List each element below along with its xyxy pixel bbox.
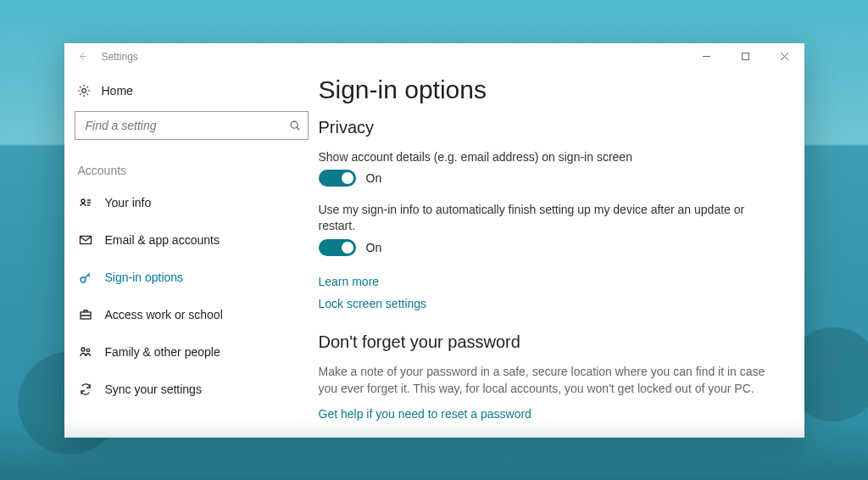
maximize-button[interactable] <box>726 43 765 70</box>
svg-point-8 <box>86 349 89 351</box>
page-title: Sign-in options <box>319 75 777 104</box>
forget-password-section: Don't forget your password Make a note o… <box>319 332 777 421</box>
home-label: Home <box>102 84 133 98</box>
lock-screen-settings-link[interactable]: Lock screen settings <box>319 297 777 310</box>
sidebar-item-label: Sync your settings <box>105 382 202 396</box>
sidebar-item-access-work-or-school[interactable]: Access work or school <box>75 296 309 333</box>
titlebar: Settings <box>64 43 804 70</box>
content-area: Sign-in options Privacy Show account det… <box>319 70 804 438</box>
gear-icon <box>76 84 92 98</box>
close-icon <box>780 52 789 61</box>
briefcase-icon <box>78 308 93 321</box>
svg-point-3 <box>81 199 85 203</box>
search-box[interactable] <box>75 111 309 140</box>
family-icon <box>78 345 93 359</box>
search-icon <box>289 120 301 131</box>
toggle-show-account[interactable] <box>319 170 356 187</box>
sidebar-item-sign-in-options[interactable]: Sign-in options <box>75 259 309 296</box>
setting-label: Show account details (e.g. email address… <box>319 149 760 165</box>
sidebar-item-family-other-people[interactable]: Family & other people <box>75 333 309 371</box>
sidebar-nav: Your infoEmail & app accountsSign-in opt… <box>75 184 309 408</box>
sidebar-item-label: Family & other people <box>105 345 220 359</box>
svg-point-7 <box>81 348 85 351</box>
sidebar-item-label: Access work or school <box>105 308 223 321</box>
titlebar-left: Settings <box>64 43 138 70</box>
svg-point-2 <box>291 121 298 128</box>
setting-label: Use my sign-in info to automatically fin… <box>319 202 760 234</box>
toggle-auto-finish[interactable] <box>319 239 356 256</box>
sidebar: Home Accounts Your infoEmail & app accou… <box>64 70 319 438</box>
privacy-heading: Privacy <box>319 118 777 137</box>
svg-point-1 <box>81 88 86 92</box>
close-button[interactable] <box>765 43 804 70</box>
maximize-icon <box>741 52 750 61</box>
minimize-button[interactable] <box>687 43 726 70</box>
toggle-state: On <box>366 241 382 254</box>
sidebar-item-label: Your info <box>105 196 152 209</box>
search-input[interactable] <box>84 118 289 133</box>
sidebar-item-sync-your-settings[interactable]: Sync your settings <box>75 371 309 408</box>
sidebar-item-your-info[interactable]: Your info <box>75 184 309 221</box>
setting-show-account: Show account details (e.g. email address… <box>319 149 760 187</box>
window-body: Home Accounts Your infoEmail & app accou… <box>64 70 804 438</box>
sync-icon <box>78 382 93 396</box>
person-card-icon <box>78 196 93 209</box>
sidebar-section-label: Accounts <box>78 164 309 177</box>
toggle-state: On <box>366 171 382 185</box>
app-title: Settings <box>102 51 138 63</box>
minimize-icon <box>702 52 711 61</box>
back-button[interactable] <box>64 52 102 61</box>
back-arrow-icon <box>78 52 87 61</box>
sidebar-item-label: Sign-in options <box>105 271 184 284</box>
svg-rect-0 <box>743 53 749 60</box>
sidebar-item-label: Email & app accounts <box>105 233 220 247</box>
key-icon <box>78 271 93 284</box>
settings-window: Settings Home <box>64 43 804 438</box>
mail-icon <box>78 233 93 247</box>
reset-password-help-link[interactable]: Get help if you need to reset a password <box>319 407 531 421</box>
sidebar-item-email-app-accounts[interactable]: Email & app accounts <box>75 221 309 259</box>
home-button[interactable]: Home <box>76 84 309 98</box>
setting-auto-finish: Use my sign-in info to automatically fin… <box>319 202 760 256</box>
learn-more-link[interactable]: Learn more <box>319 275 380 288</box>
forget-body: Make a note of your password in a safe, … <box>319 364 777 397</box>
forget-heading: Don't forget your password <box>319 332 777 352</box>
